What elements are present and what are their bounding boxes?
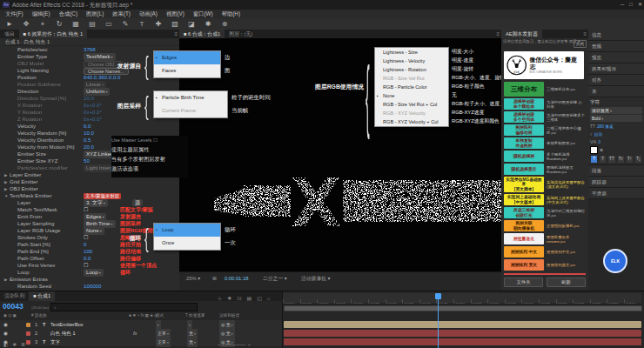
leading-value[interactable]: 自动 xyxy=(594,130,602,138)
dock-panel-tab[interactable]: 信息 xyxy=(588,30,644,41)
work-area-bar[interactable] xyxy=(284,305,642,311)
script-button[interactable]: 三维分布 xyxy=(504,82,544,97)
zoom-select[interactable]: 25% ▾ xyxy=(186,272,200,284)
tool-icon[interactable]: ◪ xyxy=(186,19,197,30)
playhead-line[interactable] xyxy=(438,293,439,348)
dock-panel-tab[interactable]: 段落 xyxy=(588,165,644,177)
script-button[interactable]: 选择层创建 单个颗粒体 xyxy=(504,98,544,110)
tool-icon[interactable]: ↻ xyxy=(54,19,64,30)
dock-panel-tab[interactable]: 效果和预设 xyxy=(588,64,644,75)
tool-icon[interactable]: ▭ xyxy=(104,19,114,30)
property-value[interactable]: 0.0 xyxy=(84,123,91,130)
timeline-search-input[interactable]: ⌕ xyxy=(50,303,198,311)
window-control-button[interactable]: ✕ xyxy=(638,0,642,10)
text-style-toggle[interactable]: T¹ xyxy=(626,155,634,164)
trackmatte-select[interactable]: 无 xyxy=(187,338,198,347)
property-value[interactable]: 0 xyxy=(84,241,86,248)
property-value[interactable]: 100000 xyxy=(84,283,101,290)
fx-switch-icon[interactable]: fx xyxy=(133,329,137,338)
tool-icon[interactable]: ▧ xyxy=(170,19,180,30)
visibility-eye-icon[interactable]: ◉ xyxy=(3,329,8,338)
script-button[interactable]: 实现类似MG基础效果 [英文脚本] xyxy=(504,177,544,192)
viewer-menu-icon[interactable]: ≡ xyxy=(496,30,500,38)
text-style-toggle[interactable]: T xyxy=(599,155,607,164)
timeline-view-icon[interactable]: ⌂ xyxy=(267,293,271,304)
property-value[interactable]: 0.0 xyxy=(84,255,91,262)
property-value[interactable]: 20.0 xyxy=(84,144,94,151)
layer-color-chip[interactable] xyxy=(26,340,30,345)
dock-panel-tab[interactable]: 音频 xyxy=(588,41,644,52)
menu-item[interactable]: 视图(V) xyxy=(166,10,184,18)
timeline-view-icon[interactable]: ❖ xyxy=(227,293,231,304)
panel-tab[interactable]: 项目 xyxy=(0,30,19,38)
timeline-view-icon[interactable]: ⊡ xyxy=(237,293,241,304)
tool-icon[interactable]: ✱ xyxy=(203,19,213,30)
text-style-toggle[interactable]: Tт xyxy=(617,155,625,164)
menu-item[interactable]: 图层(L) xyxy=(86,10,104,18)
script-button[interactable]: 图层阵列 偏移动画 xyxy=(504,124,544,136)
property-value[interactable]: 3768 xyxy=(84,46,96,53)
font-size-value[interactable]: 280 像素 xyxy=(597,123,614,130)
layer-row[interactable]: ◉ 2 白色 纯色 1 fx 正常 无 ◎ 无 xyxy=(0,329,644,338)
timeline-view-icon[interactable]: ⊹ xyxy=(218,293,222,304)
menu-item[interactable]: 动画(A) xyxy=(139,10,158,18)
tool-icon[interactable]: ⊕ xyxy=(219,19,230,30)
property-extra-dropdown[interactable]: 源 xyxy=(132,199,143,206)
blend-mode-select[interactable]: 正常 xyxy=(156,338,171,347)
property-value[interactable]: 640.0,360.0,0.0 xyxy=(84,74,120,81)
layer-name[interactable]: 文字 xyxy=(50,338,60,346)
visibility-eye-icon[interactable]: ◉ xyxy=(3,320,8,329)
viewer-timecode[interactable]: 0:00:01:18 xyxy=(225,272,248,284)
script-button[interactable]: 层层排列 英文 xyxy=(504,259,544,271)
script-button[interactable]: 层层排列 中文 xyxy=(504,246,544,258)
window-control-button[interactable]: □ xyxy=(629,0,633,10)
tool-icon[interactable]: ▤ xyxy=(87,19,97,30)
panel-tab[interactable]: ■ 6 效果控件：白色 纯色 1 xyxy=(19,30,88,38)
fill-color-swatch[interactable] xyxy=(590,146,598,154)
timeline-tab[interactable]: ■ 合成1 xyxy=(29,291,55,301)
script-button[interactable]: 所选三维层 创建灯光 xyxy=(504,207,544,218)
camera-select[interactable]: 活动摄像机 ▾ xyxy=(301,272,331,284)
property-value[interactable]: 0.5 xyxy=(84,137,91,144)
property-value[interactable]: 0x+0.0° xyxy=(84,116,102,123)
property-value[interactable]: 10.0 xyxy=(84,130,94,137)
font-style-select[interactable]: Bold xyxy=(590,115,642,122)
script-panel-tab[interactable]: AE脚本发射器 xyxy=(501,30,542,38)
grid-guides-icon[interactable]: ⊞ xyxy=(212,272,217,284)
layer-row[interactable]: ◉ 1 T TextEmitterBox ◎ 无 xyxy=(0,320,644,329)
timeline-footer-icon[interactable]: ≣ xyxy=(21,342,25,347)
tool-icon[interactable]: T xyxy=(137,19,147,30)
layer-name[interactable]: 白色 纯色 1 xyxy=(50,329,76,338)
composition-canvas[interactable]: X xyxy=(179,38,501,271)
script-button[interactable]: 随机选择显示 xyxy=(504,164,544,175)
property-value[interactable]: ☐ xyxy=(84,206,88,213)
script-button[interactable]: 单独复制 传递图层 xyxy=(504,137,544,149)
text-style-toggle[interactable]: T xyxy=(590,155,598,164)
timeline-footer-icon[interactable]: ❖ xyxy=(12,342,17,347)
menu-item[interactable]: 窗口(W) xyxy=(193,10,213,18)
current-frame-display[interactable]: 00043 xyxy=(3,302,23,311)
property-value[interactable]: ☐ xyxy=(84,234,88,241)
property-value[interactable]: 50 xyxy=(84,157,90,164)
layer-color-chip[interactable] xyxy=(26,331,30,336)
dock-panel-tab[interactable]: 库 xyxy=(588,86,644,97)
dock-panel-tab[interactable]: 平滑器 xyxy=(588,188,644,199)
script-footer-button[interactable]: 文件夹 xyxy=(504,278,543,287)
layer-duration-bar[interactable] xyxy=(284,330,641,337)
tool-icon[interactable]: ✥ xyxy=(21,19,31,30)
window-control-button[interactable]: ─ xyxy=(621,0,624,10)
script-button[interactable]: 实现同上基础动画 [中文版本] xyxy=(504,194,544,205)
timeline-footer-icon[interactable]: ◧ xyxy=(3,342,8,347)
script-panel-menu-icon[interactable]: ≡ xyxy=(583,30,587,38)
layer-duration-bar[interactable] xyxy=(284,338,641,345)
resolution-select[interactable]: 二分之一 ▾ xyxy=(263,272,287,284)
tool-icon[interactable]: ► xyxy=(4,19,15,30)
script-button[interactable]: 选择层创建 多个空间体 xyxy=(504,111,544,123)
timeline-divider[interactable] xyxy=(282,291,283,348)
property-value[interactable]: 0x+0.0° xyxy=(84,102,102,109)
tool-icon[interactable]: ▦ xyxy=(70,19,81,30)
tool-icon[interactable]: ✎ xyxy=(120,19,131,30)
timeline-view-icon[interactable]: ▤ xyxy=(246,293,252,304)
time-ruler[interactable]: 0000000005000100001500020000250003000035… xyxy=(283,293,641,304)
viewer-tab[interactable]: ■ 6 合成：合成1 xyxy=(179,30,225,38)
